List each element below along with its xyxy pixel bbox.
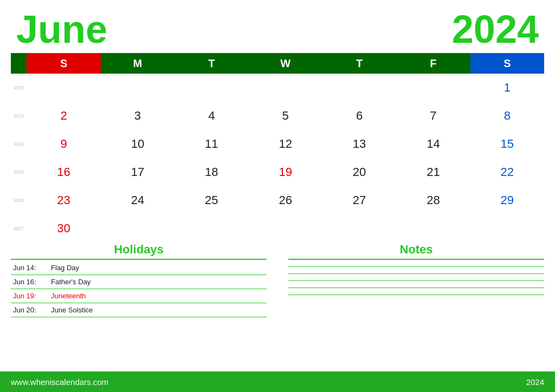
holidays-title: Holidays	[11, 243, 267, 257]
note-line	[288, 266, 544, 267]
week-num-header	[11, 53, 27, 74]
holiday-name: Juneteenth	[49, 289, 267, 303]
day-cell: 16	[27, 158, 100, 186]
year-title: 2024	[452, 10, 539, 49]
day-cell: 13	[322, 130, 396, 158]
week-number: W27	[11, 214, 27, 243]
day-cell	[322, 214, 396, 243]
bottom-section: Holidays Jun 14:Flag DayJun 16:Father's …	[0, 243, 555, 371]
week-number: W23	[11, 102, 27, 130]
week-number: W22	[11, 74, 27, 102]
day-header-row: S M T W T F S	[11, 53, 544, 74]
day-cell: 19	[248, 158, 322, 186]
day-cell: 4	[175, 102, 248, 130]
day-cell: 14	[396, 130, 470, 158]
day-cell: 11	[175, 130, 248, 158]
day-cell: 7	[396, 102, 470, 130]
holidays-column: Holidays Jun 14:Flag DayJun 16:Father's …	[11, 243, 272, 371]
day-cell	[470, 214, 544, 243]
holiday-name: Flag Day	[49, 261, 267, 275]
holiday-date: Jun 20:	[11, 303, 49, 317]
note-line	[288, 280, 544, 281]
day-cell: 1	[470, 74, 544, 102]
day-cell: 30	[27, 214, 100, 243]
calendar-week-row: W221	[11, 74, 544, 102]
calendar-table: S M T W T F S W221W232345678W24910111213…	[11, 53, 544, 243]
calendar-week-row: W249101112131415	[11, 130, 544, 158]
day-cell: 29	[470, 186, 544, 214]
holiday-row: Jun 19:Juneteenth	[11, 289, 267, 303]
header-fri: F	[396, 53, 470, 74]
day-cell	[27, 74, 100, 102]
header-mon: M	[101, 53, 175, 74]
notes-column: Notes	[283, 243, 544, 371]
day-cell	[248, 214, 322, 243]
day-cell	[101, 214, 175, 243]
calendar-week-row: W2516171819202122	[11, 158, 544, 186]
day-cell: 8	[470, 102, 544, 130]
day-cell	[175, 74, 248, 102]
holiday-date: Jun 16:	[11, 275, 49, 289]
note-line	[288, 273, 544, 274]
day-cell: 10	[101, 130, 175, 158]
holiday-row: Jun 16:Father's Day	[11, 275, 267, 289]
day-cell: 3	[101, 102, 175, 130]
day-cell	[101, 74, 175, 102]
day-cell: 9	[27, 130, 100, 158]
day-cell: 26	[248, 186, 322, 214]
day-cell: 24	[101, 186, 175, 214]
calendar-section: S M T W T F S W221W232345678W24910111213…	[0, 53, 555, 243]
header-thu: T	[322, 53, 396, 74]
notes-title: Notes	[288, 243, 544, 257]
footer-url: www.wheniscalendars.com	[11, 377, 108, 387]
day-cell: 25	[175, 186, 248, 214]
calendar-week-row: W2623242526272829	[11, 186, 544, 214]
day-cell: 17	[101, 158, 175, 186]
holidays-table: Jun 14:Flag DayJun 16:Father's DayJun 19…	[11, 261, 267, 317]
note-line	[288, 288, 544, 288]
day-cell: 23	[27, 186, 100, 214]
header-sat: S	[470, 53, 544, 74]
holiday-name: Father's Day	[49, 275, 267, 289]
calendar-week-row: W232345678	[11, 102, 544, 130]
notes-lines	[288, 266, 544, 295]
holiday-name: June Solstice	[49, 303, 267, 317]
note-line	[288, 295, 544, 295]
day-cell	[248, 74, 322, 102]
day-cell: 5	[248, 102, 322, 130]
day-cell: 2	[27, 102, 100, 130]
holiday-date: Jun 14:	[11, 261, 49, 275]
week-number: W24	[11, 130, 27, 158]
header-wed: W	[248, 53, 322, 74]
week-number: W26	[11, 186, 27, 214]
holiday-row: Jun 14:Flag Day	[11, 261, 267, 275]
day-cell: 22	[470, 158, 544, 186]
day-cell: 21	[396, 158, 470, 186]
day-cell	[175, 214, 248, 243]
holiday-row: Jun 20:June Solstice	[11, 303, 267, 317]
day-cell	[396, 74, 470, 102]
day-cell: 15	[470, 130, 544, 158]
week-number: W25	[11, 158, 27, 186]
calendar-week-row: W2730	[11, 214, 544, 243]
holidays-top-line	[11, 259, 267, 260]
header-sun: S	[27, 53, 100, 74]
day-cell: 28	[396, 186, 470, 214]
notes-top-line	[288, 259, 544, 260]
calendar-page: June 2024 S M T W T F S W221W232345678W2…	[0, 0, 555, 392]
holiday-date: Jun 19:	[11, 289, 49, 303]
month-title: June	[16, 10, 107, 49]
day-cell: 6	[322, 102, 396, 130]
day-cell	[396, 214, 470, 243]
footer-year: 2024	[526, 377, 544, 387]
footer: www.wheniscalendars.com 2024	[0, 371, 555, 392]
header-tue: T	[175, 53, 248, 74]
day-cell	[322, 74, 396, 102]
header: June 2024	[0, 0, 555, 53]
day-cell: 12	[248, 130, 322, 158]
day-cell: 18	[175, 158, 248, 186]
day-cell: 20	[322, 158, 396, 186]
day-cell: 27	[322, 186, 396, 214]
